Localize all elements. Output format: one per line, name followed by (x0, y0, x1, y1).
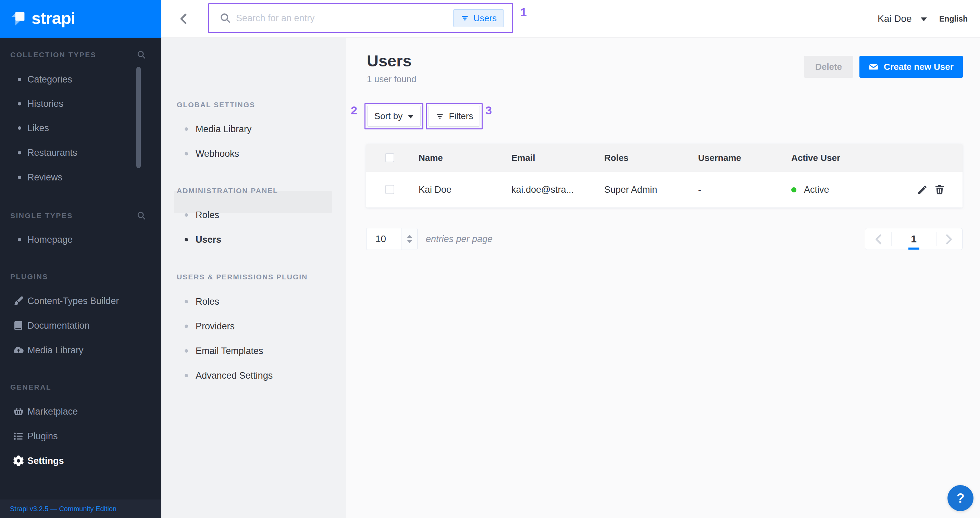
sidebar-item-reviews[interactable]: Reviews (0, 165, 161, 190)
sidebar-item-label: Content-Types Builder (27, 296, 119, 307)
search-annotation-box: Users (208, 3, 513, 33)
sidebar-item-label: Restaurants (27, 148, 77, 158)
settings-sidebar: GLOBAL SETTINGS Media Library Webhooks A… (161, 38, 346, 518)
settings-section-users-permissions: USERS & PERMISSIONS PLUGIN (161, 265, 346, 289)
logo-text: strapi (32, 9, 75, 28)
sort-by-button[interactable]: Sort by (367, 106, 421, 127)
cloud-upload-icon (13, 345, 24, 356)
settings-section-global: GLOBAL SETTINGS (161, 92, 346, 117)
language-selector[interactable]: English (939, 0, 968, 38)
sidebar-item-marketplace[interactable]: Marketplace (0, 399, 161, 424)
strapi-logo-icon (10, 11, 26, 27)
bullet-icon (185, 300, 188, 303)
cell-active-status: Active (791, 172, 829, 208)
sidebar-item-label: Marketplace (27, 407, 78, 417)
settings-item-email-templates[interactable]: Email Templates (161, 338, 346, 363)
back-chevron-icon[interactable] (177, 12, 191, 25)
select-all-checkbox[interactable] (385, 153, 394, 162)
bullet-icon (18, 126, 21, 130)
stepper-up-icon[interactable] (407, 235, 412, 238)
search-icon[interactable] (137, 211, 146, 221)
sidebar-item-plugins[interactable]: Plugins (0, 424, 161, 448)
settings-item-label: Roles (196, 210, 219, 221)
column-header-email: Email (511, 144, 535, 172)
pagination: 1 (865, 228, 963, 250)
user-menu[interactable]: Kai Doe (878, 0, 912, 38)
bullet-icon (185, 349, 188, 353)
column-header-username: Username (698, 144, 741, 172)
basket-icon (13, 406, 24, 417)
help-button[interactable]: ? (947, 485, 974, 511)
filters-button[interactable]: Filters (428, 106, 480, 127)
filter-icon (460, 14, 469, 22)
settings-item-label: Media Library (196, 124, 252, 135)
chevron-down-icon[interactable] (921, 17, 927, 21)
column-header-active-user: Active User (791, 144, 840, 172)
settings-item-users[interactable]: Users (161, 227, 346, 252)
create-new-user-button[interactable]: Create new User (859, 56, 963, 78)
settings-item-label: Email Templates (196, 346, 263, 356)
chevron-right-icon[interactable] (942, 233, 955, 245)
settings-section-admin-panel: ADMINISTRATION PANEL (161, 178, 346, 203)
settings-item-label: Advanced Settings (196, 370, 273, 381)
settings-item-webhooks[interactable]: Webhooks (161, 141, 346, 166)
section-label: GENERAL (10, 383, 51, 391)
section-collection-types: COLLECTION TYPES (0, 43, 161, 67)
filter-icon (435, 112, 444, 121)
users-table: Name Email Roles Username Active User Ka… (366, 144, 963, 208)
status-label: Active (804, 184, 829, 195)
section-single-types: SINGLE TYPES (0, 203, 161, 228)
sidebar-item-content-types-builder[interactable]: Content-Types Builder (0, 289, 161, 313)
section-label: COLLECTION TYPES (10, 51, 96, 59)
row-checkbox[interactable] (385, 185, 394, 194)
settings-item-label: Providers (196, 321, 235, 332)
page-size-stepper[interactable] (401, 228, 417, 249)
pagination-page-1[interactable]: 1 (891, 228, 936, 249)
search-filter-tag[interactable]: Users (453, 9, 504, 27)
sidebar-item-label: Media Library (27, 345, 84, 356)
sidebar-item-homepage[interactable]: Homepage (0, 227, 161, 252)
settings-item-label: Users (196, 235, 221, 245)
bullet-icon (18, 78, 21, 81)
sidebar-item-documentation[interactable]: Documentation (0, 313, 161, 338)
sidebar-item-media-library[interactable]: Media Library (0, 338, 161, 362)
strapi-version-link[interactable]: Strapi v3.2.5 — Community Edition (10, 505, 116, 513)
stepper-down-icon[interactable] (407, 240, 412, 243)
strapi-logo[interactable]: strapi (0, 0, 161, 38)
table-header-row: Name Email Roles Username Active User (366, 144, 963, 172)
annotation-number-1: 1 (520, 5, 527, 19)
sidebar-item-label: Categories (27, 74, 72, 85)
trash-icon[interactable] (934, 184, 945, 195)
bullet-icon (185, 238, 188, 242)
settings-item-roles[interactable]: Roles (161, 203, 346, 227)
envelope-icon (869, 62, 878, 72)
cell-name: Kai Doe (418, 172, 452, 208)
search-tag-label: Users (473, 13, 497, 24)
sidebar-item-label: Homepage (27, 235, 73, 245)
cell-roles: Super Admin (604, 172, 657, 208)
sidebar-item-label: Histories (27, 99, 64, 109)
edit-pencil-icon[interactable] (917, 184, 928, 195)
table-row[interactable]: Kai Doe kai.doe@stra... Super Admin - Ac… (366, 172, 963, 208)
settings-item-advanced-settings[interactable]: Advanced Settings (161, 363, 346, 388)
sidebar-item-settings[interactable]: Settings (0, 448, 161, 473)
section-label: SINGLE TYPES (10, 211, 73, 220)
entries-per-page-label: entries per page (426, 228, 493, 250)
bullet-icon (185, 374, 188, 377)
search-input[interactable] (236, 13, 428, 24)
page-size-select[interactable]: 10 (366, 228, 418, 250)
settings-item-up-roles[interactable]: Roles (161, 289, 346, 314)
settings-item-media-library[interactable]: Media Library (161, 117, 346, 141)
sidebar-item-label: Documentation (27, 321, 90, 331)
delete-button[interactable]: Delete (804, 56, 853, 78)
search-icon[interactable] (137, 50, 146, 60)
settings-item-providers[interactable]: Providers (161, 314, 346, 338)
section-label: USERS & PERMISSIONS PLUGIN (177, 273, 308, 281)
sidebar-item-label: Reviews (27, 172, 62, 183)
sidebar-scrollbar[interactable] (136, 67, 141, 168)
main-sidebar: strapi COLLECTION TYPES Categories Histo… (0, 0, 161, 518)
gear-icon (13, 455, 24, 466)
bullet-icon (185, 127, 188, 131)
pagination-divider (936, 232, 937, 246)
chevron-left-icon[interactable] (873, 233, 885, 245)
